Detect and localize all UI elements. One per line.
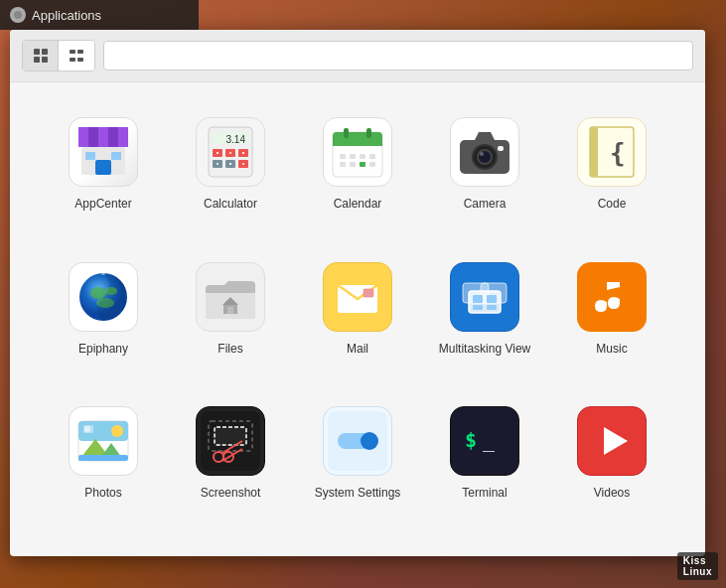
svg-rect-45 [369,154,375,159]
app-item-videos[interactable]: Videos [548,391,675,536]
app-item-screenshot[interactable]: Screenshot [167,391,294,536]
svg-rect-70 [363,289,373,297]
svg-rect-75 [473,295,483,303]
calendar-label: Calendar [334,197,382,213]
svg-text:3.14: 3.14 [226,134,246,145]
svg-text:_: _ [483,428,496,452]
list-view-button[interactable] [59,41,94,71]
svg-rect-85 [78,455,128,461]
svg-point-0 [14,11,22,19]
files-label: Files [218,342,242,358]
svg-rect-44 [360,154,365,159]
app-item-appcenter[interactable]: AppCenter [40,102,167,247]
epiphany-label: Epiphany [78,342,128,358]
svg-rect-40 [344,128,349,138]
svg-rect-77 [473,305,483,310]
app-item-camera[interactable]: Camera [421,102,548,247]
app-item-files[interactable]: Files [167,247,294,392]
code-label: Code [598,197,627,213]
watermark: Kiss Linux [677,552,718,580]
app-item-terminal[interactable]: $ _ Terminal [421,391,548,536]
svg-rect-49 [369,162,375,167]
app-item-music[interactable]: Music [548,247,675,392]
svg-rect-79 [582,267,642,327]
app-item-calculator[interactable]: 3.14 [167,102,294,247]
app-item-settings[interactable]: System Settings [294,391,421,536]
calculator-icon: 3.14 [196,117,265,187]
files-icon [196,262,265,332]
svg-rect-42 [340,154,346,159]
svg-rect-8 [77,58,83,62]
app-item-photos[interactable]: Photos [40,391,167,536]
svg-rect-76 [487,295,497,303]
svg-rect-11 [88,127,98,147]
view-toggle [22,40,95,72]
calendar-icon [323,117,392,187]
app-item-epiphany[interactable]: Epiphany [40,247,167,392]
watermark-line2: Linux [683,566,712,577]
settings-label: System Settings [315,486,401,502]
music-label: Music [596,342,627,358]
settings-icon [323,406,392,476]
grid-view-button[interactable] [23,41,59,71]
camera-icon [450,117,519,187]
camera-label: Camera [464,197,507,213]
appcenter-icon [69,117,138,187]
svg-rect-13 [108,127,118,147]
svg-rect-18 [111,152,121,160]
app-grid: AppCenter 3.14 [10,82,705,556]
svg-point-55 [480,152,484,156]
svg-rect-12 [98,127,108,147]
svg-rect-43 [350,154,356,159]
screenshot-label: Screenshot [201,486,261,502]
svg-rect-67 [227,307,233,314]
appcenter-label: AppCenter [74,197,131,213]
svg-rect-56 [498,146,504,151]
videos-icon [577,406,647,476]
svg-rect-48 [360,162,365,167]
svg-rect-58 [590,127,598,177]
multitasking-icon [450,262,519,332]
taskbar-app-icon [10,7,26,23]
svg-rect-46 [340,162,346,167]
app-item-multitasking[interactable]: Multitasking View [421,247,548,392]
search-input[interactable] [103,41,693,71]
svg-rect-6 [77,50,83,54]
taskbar-title: Applications [32,8,101,23]
svg-rect-10 [78,127,88,147]
multitasking-label: Multitasking View [439,342,530,358]
svg-point-64 [101,271,105,275]
watermark-line1: Kiss [683,555,706,566]
terminal-icon: $ _ [450,406,519,476]
app-item-code[interactable]: { } Code [548,102,675,247]
photos-label: Photos [84,486,121,502]
app-window: 🔍 [10,30,705,556]
screenshot-icon [196,406,265,476]
svg-rect-17 [85,152,95,160]
mail-icon [323,262,392,332]
app-item-mail[interactable]: Mail [294,247,421,392]
terminal-label: Terminal [462,486,507,502]
photos-icon [69,406,138,476]
videos-label: Videos [594,486,630,502]
svg-rect-16 [95,160,111,175]
svg-rect-3 [34,57,40,63]
svg-rect-5 [70,50,75,54]
toolbar: 🔍 [10,30,705,82]
svg-point-82 [111,425,123,437]
svg-rect-41 [366,128,371,138]
svg-text:$: $ [465,428,477,452]
taskbar: Applications [0,0,199,30]
epiphany-icon [69,262,138,332]
code-icon: { } [577,117,647,187]
svg-text:{ }: { } [610,138,642,168]
svg-rect-7 [70,58,75,62]
svg-rect-47 [350,162,356,167]
svg-rect-2 [42,49,48,55]
app-item-calendar[interactable]: Calendar [294,102,421,247]
music-icon [577,262,647,332]
calculator-label: Calculator [204,197,257,213]
search-wrapper: 🔍 [103,41,693,71]
svg-rect-78 [487,305,497,310]
svg-rect-87 [83,425,93,433]
